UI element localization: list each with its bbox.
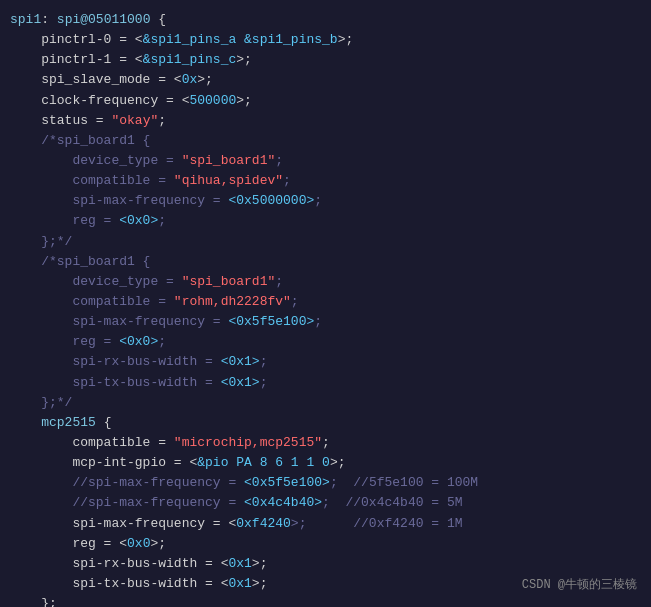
code-part: ; [291,294,299,309]
code-line: spi-max-frequency = <0xf4240>; //0xf4240… [10,514,641,534]
code-part: <0x1> [221,375,260,390]
code-part: >; [330,455,346,470]
code-part: <0x5f5e100> [244,475,330,490]
code-part: &spi1_pins_c [143,52,237,67]
code-part: spi@05011000 [57,12,151,27]
code-part: };*/ [10,234,72,249]
code-line: spi-max-frequency = <0x5f5e100>; [10,312,641,332]
code-part: "spi_board1" [182,274,276,289]
code-part: 0x [182,72,198,87]
code-part: compatible = [10,294,174,309]
code-part: ; [322,435,330,450]
code-part: spi_slave_mode = [10,72,174,87]
code-part: "microchip,mcp2515" [174,435,322,450]
code-part: //spi-max-frequency = [10,495,244,510]
code-part: < [135,52,143,67]
code-part: >; [338,32,354,47]
code-part: ; [314,314,322,329]
code-part: device_type = [10,274,182,289]
code-part: < [135,32,143,47]
code-part: 0x1 [228,556,251,571]
code-line: status = "okay"; [10,111,641,131]
code-part: spi-rx-bus-width = [10,354,221,369]
code-part: device_type = [10,153,182,168]
code-part: compatible = [10,173,174,188]
code-part: <0x1> [221,354,260,369]
code-part: spi1 [10,12,41,27]
code-line: pinctrl-1 = <&spi1_pins_c>; [10,50,641,70]
code-line: };*/ [10,393,641,413]
code-line: compatible = "qihua,spidev"; [10,171,641,191]
code-part: reg = [10,213,119,228]
code-part: mcp-int-gpio = [10,455,189,470]
code-part: <0x0> [119,213,158,228]
code-line: /*spi_board1 { [10,131,641,151]
code-part: 0xf4240 [236,516,291,531]
code-part: spi-tx-bus-width = [10,576,221,591]
code-line: /*spi_board1 { [10,252,641,272]
code-line: spi_slave_mode = <0x>; [10,70,641,90]
code-part: >; [236,52,252,67]
code-part: 500000 [189,93,236,108]
code-part: <0x5000000> [228,193,314,208]
code-part: clock-frequency = [10,93,182,108]
code-part: >; //0xf4240 = 1M [291,516,463,531]
code-line: pinctrl-0 = <&spi1_pins_a &spi1_pins_b>; [10,30,641,50]
code-part: 0x1 [228,576,251,591]
code-part: ; [158,213,166,228]
code-part: pinctrl-1 = [10,52,135,67]
code-part: reg = [10,334,119,349]
code-part: &spi1_pins_a &spi1_pins_b [143,32,338,47]
code-line: spi-tx-bus-width = <0x1>; [10,373,641,393]
code-part: >; [197,72,213,87]
code-part: ; [260,375,268,390]
code-part: ; [275,153,283,168]
code-part: spi-rx-bus-width = [10,556,221,571]
code-line: compatible = "rohm,dh2228fv"; [10,292,641,312]
code-part: 0x0 [127,536,150,551]
code-part: <0x4c4b40> [244,495,322,510]
code-part: "rohm,dh2228fv" [174,294,291,309]
code-part: /*spi_board1 { [10,133,150,148]
code-part: ; [158,113,166,128]
code-part: { [96,415,112,430]
code-part: spi-max-frequency = [10,314,228,329]
code-container: spi1: spi@05011000 { pinctrl-0 = <&spi1_… [0,0,651,607]
code-line: //spi-max-frequency = <0x4c4b40>; //0x4c… [10,493,641,513]
code-block: spi1: spi@05011000 { pinctrl-0 = <&spi1_… [10,10,641,607]
code-line: }; [10,594,641,607]
code-line: device_type = "spi_board1"; [10,151,641,171]
code-part: &pio PA 8 6 1 1 0 [197,455,330,470]
code-part: >; [236,93,252,108]
code-part: "spi_board1" [182,153,276,168]
code-line: compatible = "microchip,mcp2515"; [10,433,641,453]
code-part: ; [260,354,268,369]
code-part: }; [10,596,57,607]
code-line: spi1: spi@05011000 { [10,10,641,30]
code-part: >; [252,556,268,571]
code-part: ; //5f5e100 = 100M [330,475,478,490]
code-line: reg = <0x0>; [10,332,641,352]
code-part: compatible = [10,435,174,450]
watermark: CSDN @牛顿的三棱镜 [522,576,637,595]
code-line: spi-rx-bus-width = <0x1>; [10,352,641,372]
code-line: spi-rx-bus-width = <0x1>; [10,554,641,574]
code-part: "okay" [111,113,158,128]
code-part: /*spi_board1 { [10,254,150,269]
code-line: mcp-int-gpio = <&pio PA 8 6 1 1 0>; [10,453,641,473]
code-line: };*/ [10,232,641,252]
code-line: reg = <0x0>; [10,211,641,231]
code-part: ; //0x4c4b40 = 5M [322,495,462,510]
code-part: >; [150,536,166,551]
code-part: <0x5f5e100> [228,314,314,329]
code-part: ; [314,193,322,208]
code-part [10,415,41,430]
code-part: ; [283,173,291,188]
code-part: reg = [10,536,119,551]
code-part: status = [10,113,111,128]
code-part: pinctrl-0 = [10,32,135,47]
code-part: spi-max-frequency = [10,193,228,208]
code-part: : [41,12,57,27]
code-part: spi-tx-bus-width = [10,375,221,390]
code-part: "qihua,spidev" [174,173,283,188]
